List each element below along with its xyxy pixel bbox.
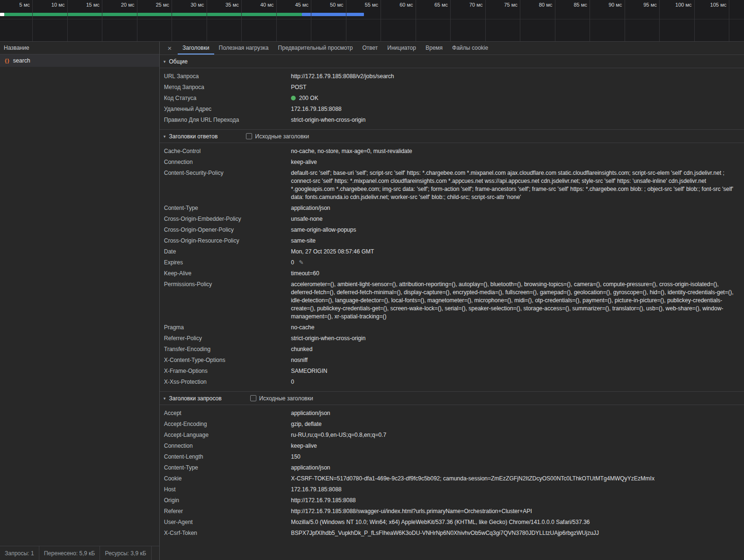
tab-Инициатор[interactable]: Инициатор [382, 42, 421, 54]
header-row: Host172.16.79.185:8088 [160, 484, 744, 495]
header-row: Cache-Controlno-cache, no-store, max-age… [160, 146, 744, 157]
request-rows-container: {}search [0, 54, 159, 67]
header-row: Accept-Languageru-RU,ru;q=0.9,en-US;q=0.… [160, 430, 744, 441]
header-value: X-CSRF-TOKEN=517d0780-dfa1-469e-9c23-df9… [291, 475, 744, 483]
timeline-divider [0, 19, 744, 19]
timeline-tick-label: 15 мс [86, 2, 102, 8]
section-title: Заголовки ответов [169, 133, 218, 140]
header-row: Content-Length150 [160, 452, 744, 462]
tab-Ответ[interactable]: Ответ [357, 42, 382, 54]
header-value: 200 OK [291, 94, 744, 102]
timeline-tick-label: 10 мс [51, 2, 67, 8]
network-overview-timeline[interactable]: 5 мс10 мс15 мс20 мс25 мс30 мс35 мс40 мс4… [0, 0, 744, 42]
header-row: X-Csrf-TokenBSPX7JpfXIhdb5_VupkhDk_P_fLs… [160, 528, 744, 539]
header-name: Accept-Language [160, 431, 291, 439]
raw-headers-label[interactable]: Исходные заголовки [255, 133, 309, 140]
header-value: ru-RU,ru;q=0.9,en-US;q=0.8,en;q=0.7 [291, 431, 744, 439]
timeline-gridline [172, 0, 172, 41]
header-value: application/json [291, 464, 744, 472]
timeline-tick-label: 30 мс [191, 2, 206, 8]
timeline-gridline [729, 0, 729, 41]
timeline-tick-label: 80 мс [539, 2, 554, 8]
timeline-tick-label: 70 мс [469, 2, 485, 8]
header-name: Keep-Alive [160, 270, 291, 278]
edit-pencil-icon[interactable]: ✎ [299, 259, 304, 266]
header-name: Content-Security-Policy [160, 169, 291, 201]
disclosure-triangle-icon[interactable]: ▾ [163, 134, 166, 139]
timeline-gridline [67, 0, 68, 41]
raw-headers-checkbox[interactable] [250, 395, 256, 401]
timeline-gridline [241, 0, 242, 41]
headers-section: ▾ОбщиеURL Запросаhttp://172.16.79.185:80… [160, 55, 744, 129]
header-value: no-cache [291, 324, 744, 332]
header-row: Cross-Origin-Opener-Policysame-origin-al… [160, 225, 744, 235]
headers-detail: ▾ОбщиеURL Запросаhttp://172.16.79.185:80… [160, 55, 744, 560]
timeline-tick-label: 55 мс [365, 2, 381, 8]
timeline-gridline [520, 0, 520, 41]
header-name: Origin [160, 497, 291, 505]
header-name: Метод Запроса [160, 83, 291, 91]
header-value: http://172.16.79.185:8088/swagger-ui/ind… [291, 507, 744, 515]
header-name: User-Agent [160, 518, 291, 526]
header-row: DateMon, 27 Oct 2025 08:57:46 GMT [160, 246, 744, 257]
timeline-tick-label: 45 мс [295, 2, 311, 8]
header-value: nosniff [291, 356, 744, 364]
header-name: Cross-Origin-Resource-Policy [160, 237, 291, 245]
timeline-gridline [694, 0, 695, 41]
timeline-gridline [659, 0, 660, 41]
timeline-tick-label: 105 мс [710, 2, 729, 8]
header-row: Referrer-Policystrict-origin-when-cross-… [160, 333, 744, 344]
summary-item-2: Ресурсы: 3,9 кБ [100, 546, 151, 560]
timeline-gridline [625, 0, 625, 41]
tab-Предварительный просмотр[interactable]: Предварительный просмотр [273, 42, 358, 54]
timeline-tick-label: 65 мс [435, 2, 450, 8]
timeline-gridline [381, 0, 381, 41]
header-value: keep-alive [291, 158, 744, 166]
header-value: default-src 'self'; base-uri 'self'; scr… [291, 169, 744, 201]
section-title: Общие [169, 58, 188, 65]
header-row: Connectionkeep-alive [160, 157, 744, 168]
disclosure-triangle-icon[interactable]: ▾ [163, 396, 166, 401]
timeline-tick-label: 5 мс [19, 2, 32, 8]
header-name: Cookie [160, 475, 291, 483]
header-value: BSPX7JpfXIhdb5_VupkhDk_P_fLsFIheaW6K3oDU… [291, 529, 744, 537]
header-name: Permissions-Policy [160, 280, 291, 321]
section-rows: URL Запросаhttp://172.16.79.185:8088/v2/… [160, 68, 744, 129]
disclosure-triangle-icon[interactable]: ▾ [163, 59, 166, 64]
raw-headers-label[interactable]: Исходные заголовки [259, 395, 313, 402]
tab-Время[interactable]: Время [421, 42, 447, 54]
header-value: strict-origin-when-cross-origin [291, 334, 744, 343]
summary-item-1: Перенесено: 5,9 кБ [39, 546, 100, 560]
tab-Полезная нагрузка[interactable]: Полезная нагрузка [214, 42, 273, 54]
header-name: Referrer-Policy [160, 334, 291, 343]
header-value: unsafe-none [291, 215, 744, 223]
timeline-gridline [207, 0, 207, 41]
header-row: X-Xss-Protection0 [160, 377, 744, 388]
timeline-tick-label: 50 мс [330, 2, 345, 8]
header-name: Content-Type [160, 464, 291, 472]
header-name: Правило Для URL Перехода [160, 116, 291, 124]
header-name: Expires [160, 259, 291, 267]
header-name: Referer [160, 507, 291, 515]
timeline-gridline [346, 0, 346, 41]
raw-headers-checkbox[interactable] [246, 133, 252, 139]
header-value: 172.16.79.185:8088 [291, 105, 744, 113]
header-value: same-site [291, 237, 744, 245]
header-row: URL Запросаhttp://172.16.79.185:8088/v2/… [160, 71, 744, 82]
header-value: chunked [291, 345, 744, 353]
header-row: Refererhttp://172.16.79.185:8088/swagger… [160, 506, 744, 517]
request-row[interactable]: {}search [0, 54, 159, 67]
waterfall-bar [0, 13, 744, 16]
header-row: Acceptapplication/json [160, 408, 744, 419]
timeline-tick-label: 90 мс [608, 2, 624, 8]
header-name: X-Csrf-Token [160, 529, 291, 537]
tab-Заголовки[interactable]: Заголовки [178, 42, 214, 54]
name-column-header[interactable]: Название [0, 42, 159, 54]
header-name: Date [160, 248, 291, 256]
tab-Файлы cookie[interactable]: Файлы cookie [447, 42, 493, 54]
header-name: Cache-Control [160, 147, 291, 155]
close-icon[interactable]: × [163, 42, 176, 54]
header-value: strict-origin-when-cross-origin [291, 116, 744, 124]
request-detail-pane: × ЗаголовкиПолезная нагрузкаПредваритель… [160, 42, 744, 560]
header-value: keep-alive [291, 442, 744, 450]
